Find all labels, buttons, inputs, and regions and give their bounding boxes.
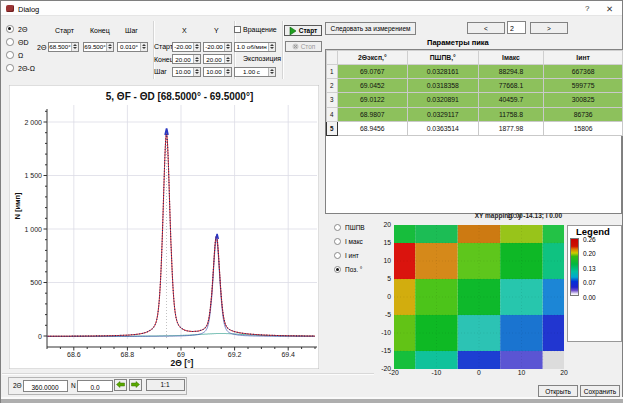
svg-text:1 000: 1 000 xyxy=(24,226,42,233)
svg-text:2 000: 2 000 xyxy=(24,119,42,126)
svg-text:-20: -20 xyxy=(389,369,399,376)
svg-text:-5: -5 xyxy=(385,311,391,318)
svg-text:1 500: 1 500 xyxy=(24,172,42,179)
svg-text:10: 10 xyxy=(518,369,526,376)
svg-text:N [имп]: N [имп] xyxy=(13,192,22,220)
svg-text:0: 0 xyxy=(387,293,391,300)
svg-text:20: 20 xyxy=(383,221,391,228)
svg-text:-10: -10 xyxy=(432,369,442,376)
svg-text:5, ΘF - ΘD [68.5000° - 69.5000: 5, ΘF - ΘD [68.5000° - 69.5000°] xyxy=(106,91,254,102)
svg-text:69.2: 69.2 xyxy=(228,351,242,358)
svg-text:5: 5 xyxy=(387,275,391,282)
svg-text:69: 69 xyxy=(177,351,185,358)
svg-text:10.00: 10.00 xyxy=(507,212,523,219)
svg-text:69.4: 69.4 xyxy=(281,351,295,358)
svg-text:20: 20 xyxy=(560,369,568,376)
svg-text:2Θ [°]: 2Θ [°] xyxy=(171,358,194,368)
svg-text:-15: -15 xyxy=(381,347,391,354)
svg-text:-10: -10 xyxy=(381,329,391,336)
svg-text:15: 15 xyxy=(383,239,391,246)
svg-text:10: 10 xyxy=(383,257,391,264)
svg-text:0: 0 xyxy=(38,333,42,340)
svg-text:68.8: 68.8 xyxy=(121,351,135,358)
svg-text:0: 0 xyxy=(477,369,481,376)
svg-text:500: 500 xyxy=(30,279,42,286)
svg-text:68.6: 68.6 xyxy=(67,351,81,358)
